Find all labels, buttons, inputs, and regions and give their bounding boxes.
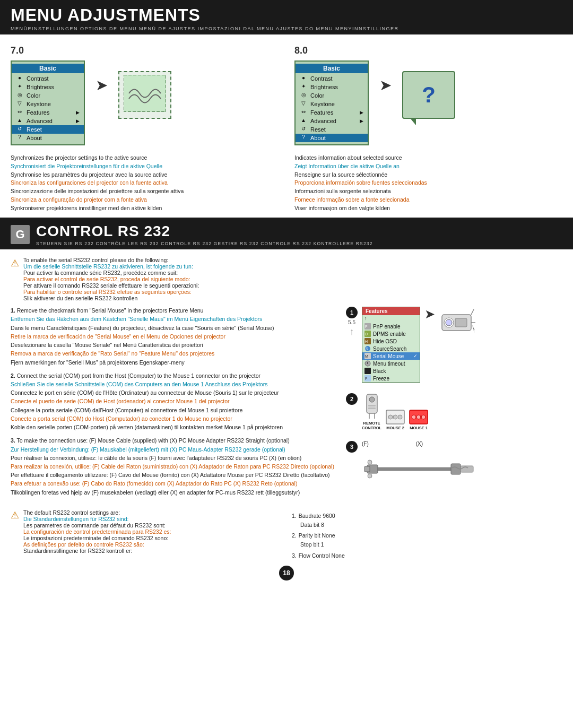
defaults-setting-1: 1.Baudrate 9600Data bit 8 xyxy=(292,512,562,530)
control-rs232-header: G CONTROL RS 232 STEUERN SIE RS 232 CONT… xyxy=(0,218,573,249)
step-3-line5: Para efetuar a conexão use: (F) Cabo do … xyxy=(11,480,335,488)
menu-item-reset-8[interactable]: ↺ Reset xyxy=(296,125,368,134)
fm-black-icon xyxy=(364,368,371,374)
setting-2-stopbit: Stop bit 1 xyxy=(300,541,324,548)
menu-item-about-7[interactable]: ? About xyxy=(12,134,84,142)
defaults-warning-icon: ⚠ xyxy=(11,509,19,521)
defaults-section: ⚠ The default RS232 control settings are… xyxy=(11,509,562,560)
desc-8-line1: Indicates information about selected sou… xyxy=(294,154,427,162)
svg-text:P: P xyxy=(365,325,368,328)
fm-item-dpms: D DPMS enable xyxy=(362,330,420,337)
panel-7-menu: Basic ● Contrast ✦ Brightness ◎ Color ▽ … xyxy=(11,60,85,145)
step-1-sublabel: 5.5 xyxy=(348,319,355,325)
svg-text:D: D xyxy=(365,332,368,336)
panel-8-screen: ? xyxy=(402,71,455,119)
svg-point-34 xyxy=(412,415,416,419)
fm-item-back: ↑ xyxy=(362,315,420,323)
panel-7-menu-title: Basic xyxy=(12,64,84,73)
brightness-icon-8: ✦ xyxy=(300,83,307,91)
step-3-line1: Zur Herstellung der Verbindung: (F) Maus… xyxy=(11,446,335,454)
svg-line-20 xyxy=(471,309,474,315)
menu-adjustments-body: 7.0 Basic ● Contrast ✦ Brightness ◎ Colo… xyxy=(0,34,573,218)
menu-item-features-8[interactable]: ⇔ Features ▶ xyxy=(296,108,368,117)
wave-svg-7 xyxy=(124,75,166,112)
fm-item-source: S SourceSearch xyxy=(362,345,420,352)
cable-f-label: (F) xyxy=(362,441,369,447)
reset-label-8: Reset xyxy=(310,126,326,133)
fm-hideosd-icon: H xyxy=(364,338,371,344)
step-1-right-arrow: ➤ xyxy=(424,307,435,322)
advanced-label-7: Advanced xyxy=(27,118,53,124)
advanced-icon-7: ▲ xyxy=(16,117,23,125)
fm-source-label: SourceSearch xyxy=(373,346,406,352)
panel-7-number: 7.0 xyxy=(11,45,24,56)
step-2-line6: Koble den serielle porten (COM-porten) p… xyxy=(11,423,335,431)
about-label-7: About xyxy=(27,135,42,141)
panel-8-arrow: ➤ xyxy=(377,76,394,94)
menu-item-keystone-8[interactable]: ▽ Keystone xyxy=(296,100,368,108)
menu-item-advanced-8[interactable]: ▲ Advanced ▶ xyxy=(296,117,368,125)
desc-7-line5: Sincronizzazione delle impostazioni del … xyxy=(11,187,184,196)
svg-rect-25 xyxy=(368,405,376,406)
step-1-line6: Fjern avmerkingen for "Seriell Mus" på p… xyxy=(11,359,335,367)
fm-dpms-label: DPMS enable xyxy=(373,331,406,337)
menu-item-about-8[interactable]: ? About xyxy=(296,134,368,142)
brightness-icon-7: ✦ xyxy=(16,83,23,91)
page-number: 18 xyxy=(279,566,294,580)
menu-item-brightness-7[interactable]: ✦ Brightness xyxy=(12,83,84,91)
step-1-visual: 1 5.5 ↑ Features ↑ P PnP enable xyxy=(346,307,562,383)
control-left: 1. Remove the checkmark from "Serial Mou… xyxy=(11,307,335,502)
fm-dpms-icon: D xyxy=(364,331,371,337)
menu-item-color-8[interactable]: ◎ Color xyxy=(296,91,368,100)
fm-serialmouse-icon: M xyxy=(364,353,371,359)
step-3: 3. To make the connection use: (F) Mouse… xyxy=(11,437,335,497)
fm-menutimeout-icon xyxy=(364,360,371,367)
svg-point-42 xyxy=(368,460,372,464)
fm-item-serialmouse: M Serial Mouse ✓ xyxy=(362,352,420,360)
panel-8-menu-title: Basic xyxy=(296,64,368,73)
menu-item-color-7[interactable]: ◎ Color xyxy=(12,91,84,100)
menu-item-contrast-7[interactable]: ● Contrast xyxy=(12,74,84,83)
menu-item-contrast-8[interactable]: ● Contrast xyxy=(296,74,368,83)
svg-point-43 xyxy=(368,474,372,478)
svg-rect-13 xyxy=(364,368,371,374)
mouse2-connector: MOUSE 2 xyxy=(386,410,405,430)
defaults-warning: ⚠ The default RS232 control settings are… xyxy=(11,509,281,554)
step-3-visual: 3 (F) (X) xyxy=(346,441,562,493)
defaults-right: 1.Baudrate 9600Data bit 8 2.Parity bit N… xyxy=(292,509,562,560)
menu-item-features-7[interactable]: ⇔ Features ▶ xyxy=(12,108,84,117)
menu-adjustments-subtitles: MENÜEINSTELLUNGEN OPTIONS DE MENU MENÚ D… xyxy=(11,26,562,31)
fm-freeze-icon: F xyxy=(364,375,371,382)
defaults-line2: Les parametres de commande par défaut du… xyxy=(23,522,171,528)
screen-wave-7 xyxy=(124,75,166,115)
desc-7-line7: Synkroniserer projektorens innstillinger… xyxy=(11,204,184,213)
features-label-8: Features xyxy=(310,109,333,116)
keystone-icon-7: ▽ xyxy=(16,100,23,108)
step-2-num: 2. xyxy=(11,372,15,379)
reset-icon-8: ↺ xyxy=(300,126,307,133)
menu-item-advanced-7[interactable]: ▲ Advanced ▶ xyxy=(12,117,84,125)
step-1-line3: Retire la marca de verificación de "Seri… xyxy=(11,333,335,341)
menu-item-keystone-7[interactable]: ▽ Keystone xyxy=(12,100,84,108)
defaults-setting-3: 3.Flow Control None xyxy=(292,551,562,560)
svg-rect-38 xyxy=(378,467,452,471)
panel-7-row: Basic ● Contrast ✦ Brightness ◎ Color ▽ … xyxy=(11,60,171,145)
warning-line3: Para activar el control de serie RS232, … xyxy=(23,276,199,282)
defaults-line3: La configuración de control predetermina… xyxy=(23,528,171,535)
step-1-arrow-up: ↑ xyxy=(350,326,354,337)
menu-item-reset-7[interactable]: ↺ Reset xyxy=(12,125,84,134)
svg-marker-22 xyxy=(472,325,475,333)
defaults-line6: Standardinnstillingene for RS232 kontrol… xyxy=(23,548,171,554)
menu-adjustments-header: MENU ADJUSTMENTS MENÜEINSTELLUNGEN OPTIO… xyxy=(0,0,573,34)
g-badge: G xyxy=(11,225,30,244)
about-icon-7: ? xyxy=(16,134,23,142)
mouse1-label: MOUSE 1 xyxy=(410,426,428,430)
svg-rect-0 xyxy=(124,75,166,112)
menu-item-brightness-8[interactable]: ✦ Brightness xyxy=(296,83,368,91)
keystone-icon-8: ▽ xyxy=(300,100,307,108)
fm-item-menutimeout: Menu timeout xyxy=(362,360,420,367)
reset-label-7: Reset xyxy=(27,126,42,133)
fm-black-label: Black xyxy=(373,368,386,374)
control-right: 1 5.5 ↑ Features ↑ P PnP enable xyxy=(346,307,562,502)
advanced-arrow-7: ▶ xyxy=(76,118,80,124)
